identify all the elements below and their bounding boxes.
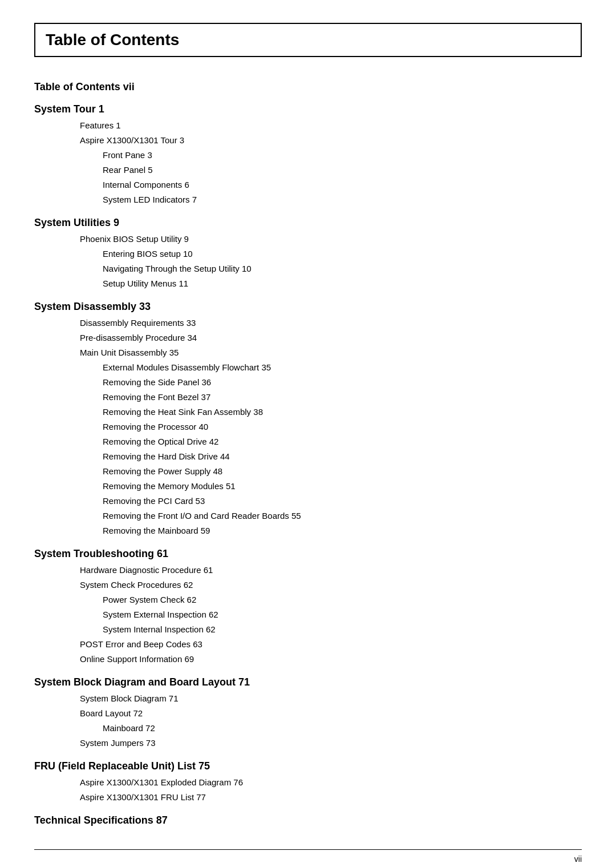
toc-item-5-2: Mainboard 72 bbox=[103, 721, 582, 735]
toc-item-3-0: Disassembly Requirements 33 bbox=[80, 316, 582, 330]
page-container: Table of Contents Table of Contents viiS… bbox=[34, 23, 582, 863]
toc-item-2-2: Navigating Through the Setup Utility 10 bbox=[103, 262, 582, 276]
section-heading-1: System Tour 1 bbox=[34, 103, 582, 115]
toc-item-4-0: Hardware Diagnostic Procedure 61 bbox=[80, 563, 582, 577]
toc-section-4: System Troubleshooting 61Hardware Diagno… bbox=[34, 548, 582, 666]
page-title: Table of Contents bbox=[46, 31, 570, 49]
toc-item-3-4: Removing the Side Panel 36 bbox=[103, 376, 582, 389]
toc-item-4-6: Online Support Information 69 bbox=[80, 652, 582, 666]
toc-item-3-10: Removing the Power Supply 48 bbox=[103, 465, 582, 478]
toc-section-0: Table of Contents vii bbox=[34, 81, 582, 93]
section-heading-3: System Disassembly 33 bbox=[34, 301, 582, 313]
toc-item-3-8: Removing the Optical Drive 42 bbox=[103, 435, 582, 449]
toc-item-1-2: Front Pane 3 bbox=[103, 148, 582, 162]
toc-item-3-6: Removing the Heat Sink Fan Assembly 38 bbox=[103, 405, 582, 419]
toc-item-1-4: Internal Components 6 bbox=[103, 178, 582, 192]
section-heading-4: System Troubleshooting 61 bbox=[34, 548, 582, 560]
toc-item-5-1: Board Layout 72 bbox=[80, 707, 582, 720]
toc-item-2-0: Phoenix BIOS Setup Utility 9 bbox=[80, 232, 582, 246]
toc-item-2-1: Entering BIOS setup 10 bbox=[103, 247, 582, 261]
toc-item-3-1: Pre-disassembly Procedure 34 bbox=[80, 331, 582, 345]
toc-item-3-5: Removing the Font Bezel 37 bbox=[103, 390, 582, 404]
toc-item-5-3: System Jumpers 73 bbox=[80, 736, 582, 750]
toc-item-3-7: Removing the Processor 40 bbox=[103, 420, 582, 434]
toc-item-4-3: System External Inspection 62 bbox=[103, 608, 582, 622]
toc-item-4-2: Power System Check 62 bbox=[103, 593, 582, 607]
toc-item-1-5: System LED Indicators 7 bbox=[103, 193, 582, 207]
toc-section-7: Technical Specifications 87 bbox=[34, 814, 582, 826]
toc-item-3-9: Removing the Hard Disk Drive 44 bbox=[103, 450, 582, 463]
sections-container: Table of Contents viiSystem Tour 1Featur… bbox=[34, 81, 582, 826]
title-box: Table of Contents bbox=[34, 23, 582, 57]
section-heading-2: System Utilities 9 bbox=[34, 217, 582, 229]
footer-line: vii bbox=[34, 849, 582, 863]
toc-section-2: System Utilities 9Phoenix BIOS Setup Uti… bbox=[34, 217, 582, 291]
toc-item-6-0: Aspire X1300/X1301 Exploded Diagram 76 bbox=[80, 776, 582, 789]
toc-item-1-0: Features 1 bbox=[80, 119, 582, 132]
toc-item-6-1: Aspire X1300/X1301 FRU List 77 bbox=[80, 791, 582, 804]
section-heading-7: Technical Specifications 87 bbox=[34, 814, 582, 826]
toc-item-2-3: Setup Utility Menus 11 bbox=[103, 277, 582, 291]
section-heading-6: FRU (Field Replaceable Unit) List 75 bbox=[34, 760, 582, 772]
toc-item-4-4: System Internal Inspection 62 bbox=[103, 623, 582, 636]
toc-item-4-5: POST Error and Beep Codes 63 bbox=[80, 638, 582, 651]
toc-section-5: System Block Diagram and Board Layout 71… bbox=[34, 676, 582, 750]
toc-item-5-0: System Block Diagram 71 bbox=[80, 692, 582, 705]
toc-item-3-12: Removing the PCI Card 53 bbox=[103, 494, 582, 508]
toc-section-1: System Tour 1Features 1Aspire X1300/X130… bbox=[34, 103, 582, 207]
toc-item-1-1: Aspire X1300/X1301 Tour 3 bbox=[80, 134, 582, 147]
toc-item-3-2: Main Unit Disassembly 35 bbox=[80, 346, 582, 360]
toc-section-3: System Disassembly 33Disassembly Require… bbox=[34, 301, 582, 538]
footer-page: vii bbox=[574, 854, 582, 863]
toc-item-3-3: External Modules Disassembly Flowchart 3… bbox=[103, 361, 582, 374]
toc-item-1-3: Rear Panel 5 bbox=[103, 163, 582, 177]
toc-item-3-11: Removing the Memory Modules 51 bbox=[103, 479, 582, 493]
section-heading-0: Table of Contents vii bbox=[34, 81, 582, 93]
toc-item-3-13: Removing the Front I/O and Card Reader B… bbox=[103, 509, 582, 523]
toc-item-4-1: System Check Procedures 62 bbox=[80, 578, 582, 592]
toc-item-3-14: Removing the Mainboard 59 bbox=[103, 524, 582, 538]
section-heading-5: System Block Diagram and Board Layout 71 bbox=[34, 676, 582, 688]
toc-section-6: FRU (Field Replaceable Unit) List 75Aspi… bbox=[34, 760, 582, 804]
